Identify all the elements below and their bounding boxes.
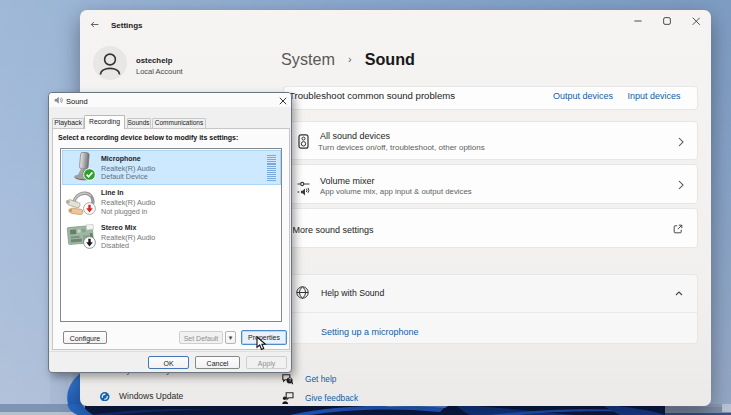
svg-text:?: ?	[288, 377, 291, 383]
